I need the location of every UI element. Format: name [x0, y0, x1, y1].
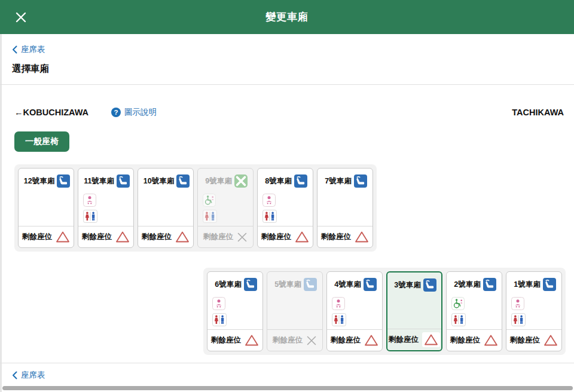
remaining-seats-label: 剩餘座位: [321, 232, 351, 242]
car-card-7號車廂[interactable]: 7號車廂剩餘座位: [317, 168, 373, 248]
amenity-icons: [212, 297, 259, 326]
car-row-lower: 6號車廂剩餘座位5號車廂剩餘座位4號車廂剩餘座位3號車廂剩餘座位2號車廂剩餘座位…: [203, 268, 566, 355]
car-card-top: 3號車廂: [387, 272, 441, 329]
remaining-seats-label: 剩餘座位: [450, 335, 480, 345]
car-card-top: 9號車廂: [198, 169, 253, 226]
triangle-few-seats-icon: [422, 332, 440, 347]
remaining-seats-row: 剩餘座位: [198, 226, 253, 247]
restroom-icon: [262, 210, 277, 223]
remaining-seats-row: 剩餘座位: [19, 226, 74, 247]
car-card-8號車廂[interactable]: 8號車廂剩餘座位: [257, 168, 313, 248]
reserved-seat-icon: [483, 278, 496, 291]
car-card-4號車廂[interactable]: 4號車廂剩餘座位: [326, 271, 383, 351]
car-card-6號車廂[interactable]: 6號車廂剩餘座位: [207, 271, 263, 351]
remaining-seats-label: 剩餘座位: [331, 335, 361, 345]
triangle-few-seats-icon: [355, 231, 369, 243]
reserved-seat-icon: [117, 174, 130, 188]
x-no-seats-icon: [237, 232, 248, 243]
car-title-row: 10號車廂: [143, 174, 190, 188]
car-select-section: ←KOBUCHIZAWA ? 圖示說明 TACHIKAWA 一般座椅 12號車廂…: [0, 85, 574, 355]
car-name-label: 3號車廂: [394, 280, 420, 290]
triangle-few-seats-icon: [364, 334, 378, 347]
amenity-icons: [83, 194, 130, 223]
seat-type-button[interactable]: 一般座椅: [14, 131, 69, 152]
car-card-5號車廂: 5號車廂剩餘座位: [267, 271, 323, 351]
car-card-top: 5號車廂: [267, 272, 322, 329]
triangle-few-seats-icon: [544, 334, 558, 347]
back-link-label: 座席表: [21, 44, 45, 55]
remaining-seats-row: 剩餘座位: [138, 226, 193, 247]
green-crossed-icon: [234, 174, 248, 188]
car-card-top: 1號車廂: [506, 272, 561, 329]
car-card-12號車廂[interactable]: 12號車廂剩餘座位: [18, 168, 74, 248]
triangle-few-seats-icon: [484, 334, 498, 347]
reserved-seat-icon: [176, 174, 190, 188]
car-name-label: 10號車廂: [144, 176, 174, 186]
remaining-seats-row: 剩餘座位: [506, 329, 561, 351]
triangle-few-seats-icon: [245, 334, 259, 347]
car-name-label: 6號車廂: [215, 280, 241, 290]
car-card-top: 11號車廂: [78, 169, 133, 226]
car-row-upper: 12號車廂剩餘座位11號車廂剩餘座位10號車廂剩餘座位9號車廂剩餘座位8號車廂剩…: [14, 164, 377, 252]
car-card-top: 8號車廂: [258, 169, 313, 226]
remaining-seats-row: 剩餘座位: [78, 226, 133, 247]
window-left-edge: [0, 0, 2, 392]
triangle-few-seats-icon: [295, 231, 309, 243]
remaining-seats-label: 剩餘座位: [211, 335, 241, 345]
back-link-top[interactable]: 座席表: [0, 34, 45, 55]
reserved-seat-icon: [57, 174, 70, 188]
triangle-few-seats-icon: [175, 231, 190, 243]
header-bar: 變更車廂: [0, 0, 574, 34]
reserved-seat-icon: [423, 278, 436, 292]
horizontal-scrollbar[interactable]: [2, 386, 573, 390]
car-name-label: 4號車廂: [334, 280, 361, 290]
restroom-icon: [451, 313, 466, 326]
wheelchair-accessible-icon: [451, 297, 465, 310]
remaining-seats-label: 剩餘座位: [273, 335, 303, 345]
baby-care-icon: [511, 297, 524, 310]
remaining-seats-label: 剩餘座位: [261, 232, 291, 242]
car-card-11號車廂[interactable]: 11號車廂剩餘座位: [78, 168, 134, 248]
remaining-seats-row: 剩餘座位: [207, 329, 262, 351]
car-card-10號車廂[interactable]: 10號車廂剩餘座位: [138, 168, 194, 248]
car-title-row: 8號車廂: [262, 174, 310, 188]
car-card-top: 12號車廂: [19, 169, 74, 226]
restroom-icon: [203, 210, 217, 223]
reserved-seat-icon: [354, 174, 367, 188]
x-no-seats-icon: [306, 335, 317, 346]
car-name-label: 12號車廂: [24, 176, 54, 186]
car-card-top: 2號車廂: [447, 272, 502, 329]
car-card-2號車廂[interactable]: 2號車廂剩餘座位: [446, 271, 502, 351]
amenity-icons: [262, 194, 310, 223]
remaining-seats-row: 剩餘座位: [327, 329, 382, 351]
car-card-1號車廂[interactable]: 1號車廂剩餘座位: [506, 271, 562, 351]
help-circle-icon: ?: [111, 108, 121, 117]
car-card-top: 4號車廂: [327, 272, 382, 329]
car-card-9號車廂: 9號車廂剩餘座位: [197, 168, 254, 248]
triangle-few-seats-icon: [56, 231, 70, 243]
restroom-icon: [83, 210, 97, 223]
car-title-row: 3號車廂: [392, 278, 438, 292]
car-card-3號車廂[interactable]: 3號車廂剩餘座位: [386, 271, 442, 351]
baby-care-icon: [83, 194, 96, 207]
legend-link[interactable]: ? 圖示說明: [111, 107, 157, 118]
restroom-icon: [332, 313, 346, 326]
back-link-label: 座席表: [21, 370, 45, 381]
close-button[interactable]: [12, 8, 30, 26]
remaining-seats-label: 剩餘座位: [389, 335, 419, 345]
remaining-seats-label: 剩餘座位: [82, 232, 112, 242]
car-title-row: 6號車廂: [212, 278, 259, 291]
car-name-label: 2號車廂: [454, 280, 480, 290]
back-link-bottom[interactable]: 座席表: [12, 370, 45, 381]
baby-care-icon: [332, 297, 345, 310]
baby-care-icon: [262, 194, 276, 207]
car-name-label: 8號車廂: [265, 176, 291, 186]
chevron-left-icon: [12, 371, 17, 379]
baby-care-icon: [212, 297, 225, 310]
restroom-icon: [212, 313, 227, 326]
remaining-seats-label: 剩餘座位: [22, 232, 52, 242]
car-title-row: 7號車廂: [322, 174, 370, 188]
reserved-seat-icon: [543, 278, 556, 291]
car-name-label: 5號車廂: [274, 280, 301, 290]
car-name-label: 1號車廂: [514, 280, 540, 290]
